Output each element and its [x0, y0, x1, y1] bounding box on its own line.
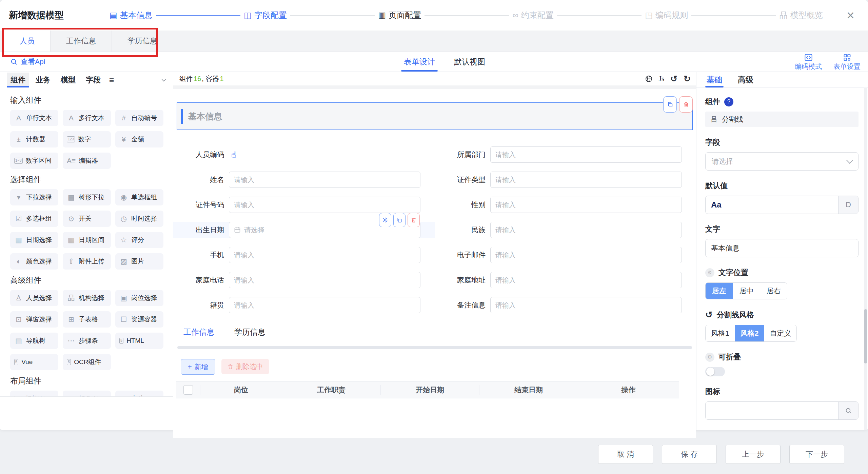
component-chip[interactable]: A单行文本	[10, 110, 58, 126]
gear-icon[interactable]: ⚙	[705, 268, 714, 277]
filter-icon[interactable]: ≡	[109, 75, 114, 85]
component-chip[interactable]: 123数字	[63, 131, 111, 147]
text-input[interactable]: 基本信息	[705, 239, 859, 257]
icon-search-button[interactable]	[838, 402, 858, 419]
tab-fields[interactable]: 字段	[82, 73, 104, 87]
undo-icon[interactable]: ↺	[670, 74, 677, 84]
component-chip[interactable]: ⊞子表格	[63, 311, 111, 328]
reset-icon[interactable]: ↺	[705, 310, 713, 320]
component-chip[interactable]: ☑多选框组	[10, 211, 58, 227]
component-chip[interactable]: ±计数器	[10, 131, 58, 147]
gear-icon[interactable]: ⚙	[705, 353, 714, 362]
save-button[interactable]: 保 存	[662, 445, 717, 464]
text-input[interactable]	[229, 272, 420, 288]
component-chip[interactable]: ▤导航树	[10, 333, 58, 349]
component-chip[interactable]: ▦日期选择	[10, 232, 58, 248]
code-mode-button[interactable]: 编码模式	[795, 53, 822, 71]
tab-business[interactable]: 业务	[32, 73, 54, 87]
component-chip[interactable]: A多行文本	[63, 110, 111, 126]
component-chip[interactable]: ⋯步骤条	[63, 333, 111, 349]
text-input[interactable]	[490, 172, 682, 188]
component-chip[interactable]: ◷时间选择	[115, 211, 163, 227]
field-delete-button[interactable]	[408, 213, 420, 227]
section-divider[interactable]: 基本信息	[177, 103, 692, 130]
click-hand-icon[interactable]: ☝	[231, 150, 236, 160]
redo-icon[interactable]: ↻	[684, 74, 691, 84]
style1-option[interactable]: 风格1	[706, 325, 735, 341]
component-chip[interactable]: 5HTML	[115, 333, 163, 349]
component-chip[interactable]: 5OCR组件	[63, 354, 111, 370]
globe-icon[interactable]	[645, 75, 653, 83]
js-icon[interactable]: Js	[659, 75, 664, 83]
text-input[interactable]	[490, 146, 682, 163]
scrollbar-thumb[interactable]	[864, 309, 867, 363]
add-row-button[interactable]: + 新增	[181, 359, 215, 375]
step-coding-rule[interactable]: ◳ 编码规则	[645, 10, 688, 21]
component-chip[interactable]: ☐资源容器	[115, 311, 163, 328]
component-chip[interactable]: ▣岗位选择	[115, 290, 163, 306]
component-chip[interactable]: #自动编号	[115, 110, 163, 126]
component-chip[interactable]: ☆评分	[115, 232, 163, 248]
component-chip[interactable]: ▤树形下拉	[63, 189, 111, 205]
collapsible-toggle[interactable]	[705, 367, 725, 376]
subtab-work-info[interactable]: 工作信息	[183, 327, 215, 337]
copy-button[interactable]	[663, 96, 677, 113]
component-chip[interactable]: ⇧附件上传	[63, 253, 111, 270]
help-icon[interactable]: ?	[724, 97, 733, 106]
form-settings-button[interactable]: 表单设置	[833, 53, 861, 71]
step-page-config[interactable]: ▥ 页面配置	[378, 10, 421, 21]
text-input[interactable]	[490, 272, 682, 288]
component-chip[interactable]: ⊡弹窗选择	[10, 311, 58, 328]
component-chip[interactable]: ▨图片	[115, 253, 163, 270]
component-chip[interactable]: 1~3数字区间	[10, 153, 58, 169]
step-model-overview[interactable]: 品 模型概览	[780, 10, 823, 21]
default-value-input[interactable]: Aa D	[705, 196, 859, 214]
style2-option[interactable]: 风格2	[735, 325, 764, 341]
text-input[interactable]	[229, 247, 420, 263]
tab-basic[interactable]: 基础	[707, 72, 722, 87]
component-chip[interactable]: ▾下拉选择	[10, 189, 58, 205]
tab-default-view[interactable]: 默认视图	[454, 52, 485, 72]
field-select[interactable]: 请选择	[705, 152, 859, 171]
text-input[interactable]	[229, 197, 420, 213]
field-copy-button[interactable]	[393, 213, 406, 227]
next-step-button[interactable]: 下一步	[789, 445, 844, 464]
custom-style-option[interactable]: 自定义	[764, 325, 796, 341]
step-field-config[interactable]: ◫ 字段配置	[244, 10, 287, 21]
text-input[interactable]	[229, 172, 420, 188]
text-input[interactable]	[490, 197, 682, 213]
divider-component-selected[interactable]: 基本信息	[177, 102, 693, 130]
select-all-checkbox[interactable]	[183, 385, 193, 395]
component-chip[interactable]: 品机构选择	[63, 290, 111, 306]
chevron-down-icon[interactable]	[161, 77, 167, 83]
horizontal-scrollbar[interactable]	[177, 346, 692, 349]
field-settings-button[interactable]	[379, 213, 391, 227]
cancel-button[interactable]: 取 消	[598, 445, 653, 464]
tab-form-design[interactable]: 表单设计	[404, 52, 435, 72]
component-chip[interactable]: ◉单选框组	[115, 189, 163, 205]
text-input[interactable]	[490, 297, 682, 313]
align-center-option[interactable]: 居中	[733, 283, 760, 299]
component-chip[interactable]: ◐颜色选择	[10, 253, 58, 270]
default-value-addon[interactable]: D	[838, 196, 858, 214]
prev-step-button[interactable]: 上一步	[726, 445, 781, 464]
align-right-option[interactable]: 居右	[760, 283, 787, 299]
tab-model[interactable]: 模型	[57, 73, 79, 87]
scrollbar-track[interactable]	[864, 87, 867, 430]
step-basic-info[interactable]: ▤ 基本信息	[110, 10, 153, 21]
tab-components[interactable]: 组件	[7, 73, 29, 87]
close-icon[interactable]: ×	[847, 8, 854, 22]
delete-button[interactable]	[679, 96, 693, 113]
text-input[interactable]	[490, 222, 682, 238]
text-input[interactable]	[229, 297, 420, 313]
delete-selected-button[interactable]: 删除选中	[221, 359, 269, 374]
component-chip[interactable]: ⊟折叠页	[63, 391, 111, 397]
component-chip[interactable]: A≡编辑器	[63, 153, 111, 169]
component-chip[interactable]: ¥金额	[115, 131, 163, 147]
text-input[interactable]	[490, 247, 682, 263]
component-chip[interactable]: Tab标签页	[10, 391, 58, 397]
step-constraint-config[interactable]: ∞ 约束配置	[513, 10, 554, 21]
tab-advanced[interactable]: 高级	[738, 72, 753, 87]
icon-input[interactable]	[705, 401, 859, 420]
component-chip[interactable]: 5Vue	[10, 354, 58, 370]
